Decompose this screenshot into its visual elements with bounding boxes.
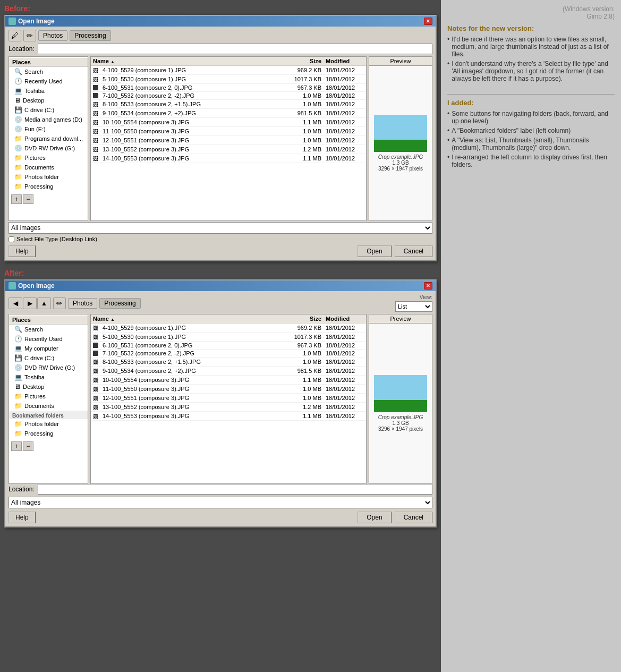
after-photos-tab[interactable]: Photos — [68, 298, 97, 309]
before-select-checkbox[interactable] — [8, 236, 14, 242]
table-row[interactable]: 6-100_5531 (composure 2, 0).JPG967.3 KB1… — [91, 342, 366, 350]
table-row[interactable]: 🖼5-100_5530 (composure 1).JPG1017.3 KB18… — [91, 75, 366, 84]
fun-icon: 💿 — [14, 125, 22, 133]
table-row[interactable]: 7-100_5532 (composure 2, -2).JPG1.0 MB18… — [91, 92, 366, 100]
table-row[interactable]: 🖼10-100_5554 (composure 3).JPG1.1 MB18/0… — [91, 118, 366, 127]
before-places-dvd[interactable]: 💿DVD RW Drive (G:) — [9, 143, 88, 153]
before-open-button[interactable]: Open — [358, 245, 391, 257]
before-col-name[interactable]: Name ▲ — [91, 58, 281, 64]
before-places-toshiba[interactable]: 💻Toshiba — [9, 86, 88, 96]
table-row[interactable]: 🖼12-100_5551 (composure 3).JPG1.0 MB18/0… — [91, 136, 366, 145]
table-row[interactable]: 🖼11-100_5550 (composure 3).JPG1.0 MB18/0… — [91, 127, 366, 136]
after-add-btn[interactable]: + — [11, 441, 22, 451]
before-filter-select[interactable]: All images — [8, 222, 432, 234]
table-row[interactable]: 🖼8-100_5533 (composure 2, +1.5).JPG1.0 M… — [91, 100, 366, 109]
forward-button[interactable]: ▶ — [23, 297, 37, 309]
after-places-documents[interactable]: 📁Documents — [9, 401, 88, 411]
table-row[interactable]: 🖼14-100_5553 (composure 3).JPG1.1 MB18/0… — [91, 412, 366, 421]
after-help-button[interactable]: Help — [8, 512, 36, 523]
recently-used-icon: 🕐 — [14, 335, 22, 343]
table-row[interactable]: 🖼5-100_5530 (composure 1).JPG1017.3 KB18… — [91, 333, 366, 342]
before-places-cdrive[interactable]: 💾C drive (C:) — [9, 105, 88, 115]
file-icon: 🖼 — [91, 100, 100, 108]
after-places-mycomputer[interactable]: 💻My computer — [9, 344, 88, 353]
before-icon-btn[interactable]: 🖊 — [8, 30, 21, 41]
before-processing-tab[interactable]: Processing — [70, 30, 110, 41]
before-col-size[interactable]: Size — [281, 58, 324, 64]
after-col-modified[interactable]: Modified — [324, 316, 366, 322]
processing-folder-icon: 📁 — [14, 430, 22, 437]
table-row[interactable]: 🖼13-100_5552 (composure 3).JPG1.2 MB18/0… — [91, 145, 366, 154]
after-places-cdrive[interactable]: 💾C drive (C:) — [9, 353, 88, 363]
after-files-header: Name ▲ Size Modified — [91, 314, 366, 324]
after-open-button[interactable]: Open — [358, 512, 391, 523]
before-places-panel: Places 🔍Search 🕐Recently Used 💻Toshiba 🖥… — [8, 56, 88, 221]
after-places-processing[interactable]: 📁Processing — [9, 429, 88, 438]
after-col-name[interactable]: Name ▲ — [91, 316, 281, 322]
after-location-input[interactable] — [38, 484, 432, 495]
before-close-button[interactable]: ✕ — [424, 18, 432, 25]
before-toolbar: 🖊 ✏ Photos Processing — [8, 30, 432, 41]
after-places-photos-folder[interactable]: 📁Photos folder — [9, 419, 88, 429]
table-row[interactable]: 🖼4-100_5529 (composure 1).JPG969.2 KB18/… — [91, 66, 366, 75]
before-places-recently-used[interactable]: 🕐Recently Used — [9, 76, 88, 86]
before-places-photos-folder[interactable]: 📁Photos folder — [9, 172, 88, 182]
after-places-desktop[interactable]: 🖥Desktop — [9, 382, 88, 392]
after-col-size[interactable]: Size — [281, 316, 324, 322]
before-places-processing[interactable]: 📁Processing — [9, 182, 88, 191]
after-places-header: Places — [9, 316, 88, 325]
before-places-fun[interactable]: 💿Fun (E:) — [9, 124, 88, 134]
table-row[interactable]: 🖼12-100_5551 (composure 3).JPG1.0 MB18/0… — [91, 394, 366, 403]
before-help-button[interactable]: Help — [8, 245, 36, 257]
after-close-button[interactable]: ✕ — [424, 282, 432, 290]
before-cancel-button[interactable]: Cancel — [395, 245, 432, 257]
notes-bullet-2-text: I don't understand why there's a 'Select… — [452, 60, 615, 82]
added-bullet-3-text: A "View as: List, Thumbnails (small), Th… — [452, 137, 615, 151]
before-col-modified[interactable]: Modified — [324, 58, 366, 64]
view-select[interactable]: List Thumbnails (small) Thumbnails (medi… — [395, 301, 432, 312]
table-row[interactable]: 🖼13-100_5552 (composure 3).JPG1.2 MB18/0… — [91, 403, 366, 412]
table-row[interactable]: 7-100_5532 (composure 2, -2).JPG1.0 MB18… — [91, 350, 366, 358]
before-preview-header: Preview — [369, 56, 432, 65]
after-pencil-btn[interactable]: ✏ — [53, 297, 66, 309]
after-places-search[interactable]: 🔍Search — [9, 325, 88, 334]
table-row[interactable]: 🖼11-100_5550 (composure 3).JPG1.0 MB18/0… — [91, 385, 366, 394]
table-row[interactable]: 🖼8-100_5533 (composure 2, +1.5).JPG1.0 M… — [91, 358, 366, 367]
before-places-pictures[interactable]: 📁Pictures — [9, 153, 88, 163]
preview-sky-after — [374, 375, 427, 400]
after-places-toshiba[interactable]: 💻Toshiba — [9, 372, 88, 382]
before-preview-box: Crop example.JPG 1.3 GB 3296 × 1947 pixe… — [369, 65, 432, 221]
before-places-programs[interactable]: 📁Programs and downl... — [9, 134, 88, 143]
up-button[interactable]: ▲ — [37, 297, 51, 309]
added-bullet-2: • A "Bookmarked folders" label (left col… — [447, 127, 615, 134]
before-location-input[interactable] — [38, 44, 432, 54]
after-processing-tab[interactable]: Processing — [99, 298, 140, 309]
before-pencil-btn[interactable]: ✏ — [23, 30, 36, 41]
table-row[interactable]: 🖼9-100_5534 (composure 2, +2).JPG981.5 K… — [91, 109, 366, 118]
before-places-documents[interactable]: 📁Documents — [9, 163, 88, 172]
before-add-btn[interactable]: + — [11, 194, 22, 204]
dvd-icon: 💿 — [14, 364, 22, 371]
table-row[interactable]: 🖼10-100_5554 (composure 3).JPG1.1 MB18/0… — [91, 376, 366, 385]
before-places-media[interactable]: 💿Media and games (D:) — [9, 115, 88, 124]
before-places-search[interactable]: 🔍Search — [9, 67, 88, 76]
before-remove-btn[interactable]: − — [23, 194, 33, 204]
table-row[interactable]: 6-100_5531 (composure 2, 0).JPG967.3 KB1… — [91, 84, 366, 92]
before-places-desktop[interactable]: 🖥Desktop — [9, 96, 88, 105]
after-filter-select[interactable]: All images — [8, 497, 432, 508]
before-photos-tab[interactable]: Photos — [38, 30, 67, 41]
table-row[interactable]: 🖼4-100_5529 (composure 1).JPG969.2 KB18/… — [91, 324, 366, 333]
table-row[interactable]: 🖼9-100_5534 (composure 2, +2).JPG981.5 K… — [91, 367, 366, 376]
after-remove-btn[interactable]: − — [23, 441, 33, 451]
table-row[interactable]: 🖼14-100_5553 (composure 3).JPG1.1 MB18/0… — [91, 154, 366, 163]
file-icon: 🖼 — [91, 137, 100, 144]
before-select-file-type[interactable]: Select File Type (Desktop Link) — [8, 236, 432, 242]
added-bullet-4: • I re-arranged the left column to displ… — [447, 154, 615, 168]
back-button[interactable]: ◀ — [8, 297, 22, 309]
after-places-recently-used[interactable]: 🕐Recently Used — [9, 334, 88, 344]
after-places-dvd[interactable]: 💿DVD RW Drive (G:) — [9, 363, 88, 372]
before-preview-filesize: 1.3 GB — [392, 160, 409, 166]
file-icon: 🖼 — [91, 385, 100, 393]
after-cancel-button[interactable]: Cancel — [395, 512, 432, 523]
after-places-pictures[interactable]: 📁Pictures — [9, 392, 88, 401]
